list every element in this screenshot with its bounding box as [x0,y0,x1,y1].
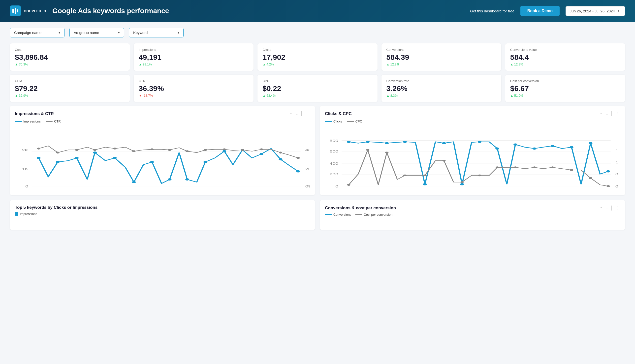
svg-point-82 [423,183,427,186]
impressions-value: 49,191 [139,53,249,62]
metric-card-impressions: Impressions 49,191 ▲ 28.1% [134,44,254,71]
impressions-ctr-chart-header: Impressions & CTR ↑ ↓ ⋮ [15,111,310,116]
svg-rect-1 [15,8,16,14]
impressions-change: ▲ 28.1% [139,62,249,66]
svg-point-45 [168,149,171,151]
conv-rate-change-value: 8.3% [390,94,398,98]
keyword-filter-label: Keyword [133,30,148,35]
clicks-trend-icon: ▲ [262,62,266,66]
svg-point-94 [366,149,369,151]
filters-row: Campaign name ▾ Ad group name ▾ Keyword … [10,28,625,38]
chart-divider [301,111,302,116]
conv-cost-download-button[interactable]: ↓ [605,205,609,211]
svg-point-26 [93,152,97,154]
ad-group-name-filter[interactable]: Ad group name ▾ [70,28,124,38]
svg-point-92 [606,170,610,172]
svg-text:Jul 5: Jul 5 [418,190,428,190]
conv-cost-upload-button[interactable]: ↑ [599,205,603,211]
svg-text:Jun 26: Jun 26 [342,190,356,190]
svg-point-87 [513,144,517,146]
charts-row: Impressions & CTR ↑ ↓ ⋮ Impressions CTR [10,106,625,195]
svg-text:600: 600 [330,150,338,153]
svg-text:Jul 14: Jul 14 [181,190,194,190]
page-title: Google Ads keywords performance [52,7,464,15]
svg-point-90 [570,146,573,148]
impressions-ctr-more-button[interactable]: ⋮ [304,111,310,116]
conv-value-trend-icon: ▲ [510,62,513,66]
legend-cpc: CPC [347,120,362,123]
svg-point-36 [279,158,282,160]
cpm-value: $79.22 [15,84,125,93]
campaign-name-filter[interactable]: Campaign name ▾ [10,28,65,38]
impressions-ctr-upload-button[interactable]: ↑ [289,111,293,116]
legend-impressions: Impressions [15,120,41,123]
cpc-change-value: 63.4% [266,94,276,98]
ctr-label: CTR [139,79,249,83]
conv-rate-change: ▲ 8.3% [386,94,496,98]
impressions-legend-line [15,121,22,122]
svg-point-81 [403,141,407,143]
cost-conv-value: $6.67 [510,84,620,93]
conversions-change-value: 12.8% [390,62,399,66]
get-dashboard-link[interactable]: Get this dashboard for free [470,9,514,13]
svg-point-100 [478,174,481,176]
svg-text:Jul 17: Jul 17 [206,190,218,190]
svg-text:Jun 26: Jun 26 [32,190,46,190]
keyword-filter[interactable]: Keyword ▾ [129,28,184,38]
svg-point-50 [260,148,263,150]
clicks-cpc-upload-button[interactable]: ↑ [599,111,603,116]
cost-conv-change-value: 51.0% [514,94,523,98]
svg-text:Jul 23: Jul 23 [255,190,268,190]
svg-point-105 [570,169,573,171]
conversions-cost-header: Conversions & cost per conversion ↑ ↓ ⋮ [325,205,620,211]
svg-text:0: 0 [615,185,618,188]
svg-text:40%: 40% [305,148,310,152]
impressions-legend-label: Impressions [23,120,41,123]
date-range-selector[interactable]: Jun 26, 2024 - Jul 26, 2024 ▾ [565,6,625,16]
clicks-legend-line [325,121,332,122]
clicks-legend-label: Clicks [333,120,342,123]
svg-point-49 [241,149,244,151]
svg-text:Jul 14: Jul 14 [491,190,504,190]
conversions-cost-card: Conversions & cost per conversion ↑ ↓ ⋮ … [320,200,625,230]
book-demo-button[interactable]: Book a Demo [520,6,559,16]
svg-point-46 [186,150,189,152]
svg-point-47 [204,149,207,151]
clicks-cpc-more-button[interactable]: ⋮ [614,111,620,116]
conversions-change: ▲ 12.8% [386,62,496,66]
conversions-value: 584.39 [386,53,496,62]
svg-text:Jul 5: Jul 5 [108,190,118,190]
metric-card-ctr: CTR 36.39% ▼ -18.7% [134,75,254,102]
svg-text:0: 0 [335,185,338,188]
conv-value-change-value: 12.8% [514,62,523,66]
top5-impressions-label: Impressions [20,212,37,216]
conversions-legend-label: Conversions [333,213,351,216]
adgroup-filter-label: Ad group name [74,30,99,35]
conv-cost-more-button[interactable]: ⋮ [614,205,620,211]
svg-point-30 [168,178,171,180]
svg-point-86 [495,148,499,150]
svg-point-88 [532,148,536,150]
metric-card-cost: Cost $3,896.84 ▲ 70.3% [10,44,130,71]
svg-point-52 [296,157,300,159]
conversions-cost-title: Conversions & cost per conversion [325,206,396,210]
svg-point-35 [260,153,263,155]
svg-text:0%: 0% [305,185,310,188]
svg-point-89 [551,145,554,147]
bottom-row: Top 5 keywords by Clicks or Impressions … [10,200,625,230]
date-selector-chevron-icon: ▾ [618,9,619,13]
cost-per-conv-legend-line [355,214,362,215]
svg-point-98 [442,160,445,162]
svg-point-99 [460,181,464,183]
clicks-cpc-download-button[interactable]: ↓ [605,111,609,116]
cost-trend-icon: ▲ [15,62,18,66]
ctr-trend-icon: ▼ [139,94,142,98]
cpc-legend-label: CPC [355,120,362,123]
svg-text:Jul 8: Jul 8 [133,190,143,190]
svg-point-33 [223,150,226,152]
svg-rect-0 [13,9,14,13]
impressions-ctr-download-button[interactable]: ↓ [295,111,299,116]
svg-point-106 [589,177,592,179]
cost-per-conv-legend-label: Cost per conversion [364,213,392,216]
svg-text:1.5: 1.5 [615,148,620,152]
